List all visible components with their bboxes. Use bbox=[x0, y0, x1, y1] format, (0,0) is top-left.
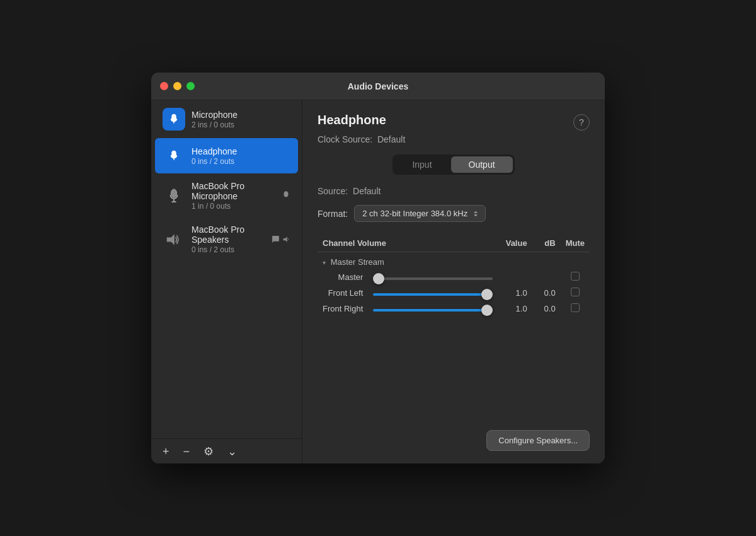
channel-front-right-value: 1.0 bbox=[498, 301, 532, 317]
channel-table: Channel Volume Value dB Mute ▾ Master St… bbox=[318, 235, 590, 317]
header-value: Value bbox=[498, 235, 532, 252]
macbook-speakers-sub: 0 ins / 2 outs bbox=[192, 245, 269, 254]
headphone-info: Headphone 0 ins / 2 outs bbox=[192, 146, 290, 166]
add-device-button[interactable]: + bbox=[159, 443, 173, 460]
header-mute: Mute bbox=[561, 235, 590, 252]
format-select[interactable]: 2 ch 32-bit Integer 384.0 kHz bbox=[354, 205, 486, 222]
window-title: Audio Devices bbox=[348, 81, 408, 91]
channel-master-slider[interactable] bbox=[373, 277, 492, 280]
clock-source-label: Clock Source: bbox=[318, 134, 372, 144]
macbook-mic-sub: 1 in / 0 outs bbox=[192, 202, 279, 211]
usb-icon-microphone bbox=[163, 108, 185, 131]
svg-marker-4 bbox=[284, 236, 287, 242]
clock-source-row: Clock Source: Default bbox=[318, 134, 590, 144]
channel-front-left-checkbox[interactable] bbox=[571, 288, 580, 296]
sidebar-item-macbook-mic[interactable]: MacBook Pro Microphone 1 in / 0 outs bbox=[155, 175, 298, 217]
channel-front-right-mute bbox=[561, 301, 590, 317]
channel-front-right-label: Front Right bbox=[318, 301, 368, 317]
tabs-container: Input Output bbox=[392, 154, 514, 175]
usb-icon-headphone bbox=[163, 144, 185, 167]
svg-rect-1 bbox=[173, 199, 175, 201]
titlebar: Audio Devices bbox=[151, 73, 605, 100]
speaker-icon-macbook bbox=[163, 228, 185, 251]
header-channel: Channel Volume bbox=[318, 235, 498, 252]
channel-front-left: Front Left 1.0 0.0 bbox=[318, 285, 590, 301]
main-panel: Headphone ? Clock Source: Default Input … bbox=[302, 100, 605, 463]
channel-front-left-slider[interactable] bbox=[373, 293, 492, 296]
macbook-speakers-name: MacBook Pro Speakers bbox=[192, 224, 269, 245]
macbook-mic-info: MacBook Pro Microphone 1 in / 0 outs bbox=[192, 181, 279, 211]
panel-header: Headphone ? bbox=[318, 113, 590, 131]
help-button[interactable]: ? bbox=[573, 114, 590, 131]
headphone-sub: 0 ins / 2 outs bbox=[192, 157, 290, 166]
sidebar-toolbar: + − ⚙ ⌄ bbox=[151, 438, 302, 463]
svg-rect-2 bbox=[171, 201, 176, 202]
tab-output[interactable]: Output bbox=[451, 156, 513, 173]
source-label: Source: bbox=[318, 186, 348, 196]
macbook-speakers-info: MacBook Pro Speakers 0 ins / 2 outs bbox=[192, 224, 269, 254]
microphone-info: Microphone 2 ins / 0 outs bbox=[192, 110, 290, 129]
channel-master-slider-cell bbox=[368, 269, 497, 285]
mic-icon-macbook bbox=[163, 185, 185, 207]
channel-front-right-slider[interactable] bbox=[373, 309, 492, 312]
clock-source-value: Default bbox=[377, 134, 405, 144]
format-label: Format: bbox=[318, 209, 348, 219]
sidebar: Microphone 2 ins / 0 outs Headphone 0 in… bbox=[151, 100, 302, 463]
channel-front-right-db: 0.0 bbox=[532, 301, 561, 317]
format-row: Format: 2 ch 32-bit Integer 384.0 kHz bbox=[318, 205, 590, 222]
channel-front-left-slider-cell bbox=[368, 285, 497, 301]
section-label: Master Stream bbox=[331, 257, 384, 267]
device-list: Microphone 2 ins / 0 outs Headphone 0 in… bbox=[151, 100, 302, 438]
microphone-name: Microphone bbox=[192, 110, 290, 120]
content-area: Microphone 2 ins / 0 outs Headphone 0 in… bbox=[151, 100, 605, 463]
svg-point-0 bbox=[171, 189, 176, 197]
channel-front-right-checkbox[interactable] bbox=[571, 303, 580, 312]
channel-master-value bbox=[498, 269, 532, 285]
audio-devices-window: Audio Devices Microphone 2 ins / 0 outs bbox=[151, 73, 605, 463]
channel-front-left-db: 0.0 bbox=[532, 285, 561, 301]
section-master-stream: ▾ Master Stream bbox=[318, 252, 590, 270]
source-row: Source: Default bbox=[318, 186, 590, 196]
settings-button[interactable]: ⚙ bbox=[200, 443, 217, 460]
headphone-name: Headphone bbox=[192, 146, 290, 156]
minimize-button[interactable] bbox=[173, 82, 181, 90]
remove-device-button[interactable]: − bbox=[180, 443, 194, 460]
tab-input[interactable]: Input bbox=[394, 156, 449, 173]
channel-front-left-label: Front Left bbox=[318, 285, 368, 301]
panel-title: Headphone bbox=[318, 113, 386, 127]
channel-master-db bbox=[532, 269, 561, 285]
channel-master-label: Master bbox=[318, 269, 368, 285]
close-button[interactable] bbox=[160, 82, 168, 90]
traffic-lights bbox=[160, 82, 195, 90]
source-value: Default bbox=[353, 186, 381, 196]
microphone-sub: 2 ins / 0 outs bbox=[192, 120, 290, 129]
channel-front-left-value: 1.0 bbox=[498, 285, 532, 301]
channel-front-right-slider-cell bbox=[368, 301, 497, 317]
macbook-mic-badge bbox=[282, 190, 290, 201]
channel-front-right: Front Right 1.0 0.0 bbox=[318, 301, 590, 317]
header-db: dB bbox=[532, 235, 561, 252]
sidebar-item-microphone[interactable]: Microphone 2 ins / 0 outs bbox=[155, 102, 298, 137]
channel-master-mute bbox=[561, 269, 590, 285]
more-options-button[interactable]: ⌄ bbox=[224, 443, 241, 460]
macbook-speakers-badges bbox=[272, 235, 290, 243]
channel-master-checkbox[interactable] bbox=[571, 272, 580, 281]
sidebar-item-headphone[interactable]: Headphone 0 ins / 2 outs bbox=[155, 138, 298, 173]
maximize-button[interactable] bbox=[186, 82, 195, 90]
channel-front-left-mute bbox=[561, 285, 590, 301]
macbook-mic-name: MacBook Pro Microphone bbox=[192, 181, 279, 201]
section-chevron-icon: ▾ bbox=[323, 259, 326, 266]
channel-master: Master bbox=[318, 269, 590, 285]
sidebar-item-macbook-speakers[interactable]: MacBook Pro Speakers 0 ins / 2 outs bbox=[155, 218, 298, 260]
panel-footer: Configure Speakers... bbox=[318, 420, 590, 451]
tabs-row: Input Output bbox=[318, 154, 590, 175]
svg-marker-3 bbox=[167, 234, 175, 245]
configure-speakers-button[interactable]: Configure Speakers... bbox=[486, 430, 590, 451]
